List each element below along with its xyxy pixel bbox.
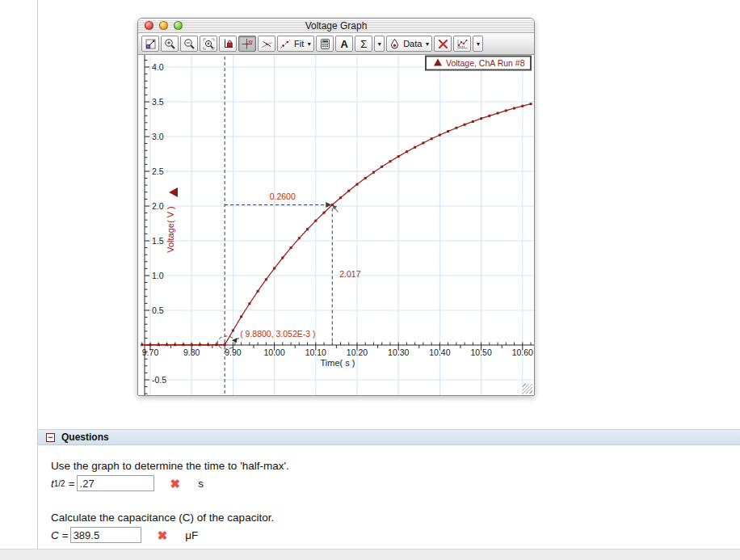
graph-options-button[interactable] (453, 36, 471, 52)
statistics-sigma-label: Σ (360, 38, 367, 50)
question-2-equals: = (62, 529, 69, 541)
window-title: Voltage Graph (138, 20, 534, 32)
svg-text:2.017: 2.017 (339, 269, 360, 279)
svg-text:10.60: 10.60 (512, 347, 533, 357)
zoom-out-icon (183, 38, 196, 50)
text-annotation-label: A (340, 38, 347, 50)
svg-text:9.80: 9.80 (183, 347, 200, 357)
question-2-answer-input[interactable] (70, 527, 141, 543)
data-button[interactable]: Data ▼ (386, 36, 432, 52)
autoscale-button[interactable] (141, 36, 159, 52)
svg-text:9.90: 9.90 (225, 347, 242, 357)
svg-text:10.00: 10.00 (263, 347, 284, 357)
questions-body: Use the graph to determine the time to '… (38, 445, 740, 543)
svg-text:10.50: 10.50 (470, 347, 491, 357)
questions-header: − Questions (38, 429, 740, 445)
svg-text:Voltage( V ): Voltage( V ) (166, 206, 175, 252)
autoscale-icon (145, 38, 157, 50)
tangent-icon (261, 38, 273, 50)
statistics-dropdown-button[interactable]: ▼ (374, 36, 385, 52)
zoom-out-button[interactable] (180, 36, 198, 52)
question-1-symbol-sub: 1/2 (54, 479, 65, 488)
text-annotation-button[interactable]: A (335, 36, 353, 52)
fit-button-label: Fit (294, 39, 304, 48)
svg-text:9.70: 9.70 (142, 347, 159, 357)
svg-text:2.5: 2.5 (152, 166, 164, 176)
svg-text:10.20: 10.20 (347, 347, 368, 357)
question-2-answer-row: C = ✖ μF (51, 527, 740, 543)
svg-text:1.5: 1.5 (152, 236, 164, 246)
zoom-selection-icon (203, 38, 215, 50)
statistics-button[interactable]: Σ (355, 36, 372, 52)
collapse-questions-button[interactable]: − (46, 433, 55, 442)
close-button[interactable] (145, 21, 153, 30)
svg-text:0.2600: 0.2600 (270, 192, 296, 201)
data-button-label: Data (403, 39, 422, 48)
window-titlebar[interactable]: Voltage Graph (138, 19, 534, 33)
question-1-equals: = (69, 478, 75, 490)
question-2-prompt: Calculate the capacitance (C) of the cap… (51, 512, 740, 524)
question-1-unit: s (198, 478, 204, 490)
svg-text:3.5: 3.5 (152, 97, 164, 107)
graph-toolbar: xy Fit ▼ (138, 33, 534, 55)
zoom-window-button[interactable] (174, 21, 183, 30)
fit-dropdown-icon: ▼ (306, 41, 312, 47)
svg-text:1.0: 1.0 (152, 271, 164, 280)
question-2-unit: μF (185, 529, 198, 541)
chart-area: 4.03.53.02.52.01.51.00.5-0.59.709.809.90… (138, 55, 534, 395)
question-2-symbol: C (51, 529, 59, 541)
zoom-in-button[interactable] (161, 36, 179, 52)
lock-axes-icon (222, 38, 234, 50)
svg-text:10.10: 10.10 (305, 347, 326, 357)
examine-icon: xy (242, 38, 254, 50)
question-1-incorrect-icon: ✖ (170, 478, 181, 490)
voltage-graph-window: Voltage Graph (137, 18, 535, 396)
graph-options-dropdown-icon: ▼ (475, 41, 481, 47)
page: Voltage Graph (0, 0, 740, 560)
tangent-button[interactable] (258, 36, 275, 52)
lock-axes-button[interactable] (219, 36, 237, 52)
svg-text:xy: xy (248, 39, 253, 43)
statistics-dropdown-icon: ▼ (376, 41, 382, 47)
svg-text:( 9.8800, 3.052E-3 ): ( 9.8800, 3.052E-3 ) (240, 329, 315, 339)
minimize-button[interactable] (159, 21, 168, 30)
voltage-chart[interactable]: 4.03.53.02.52.01.51.00.5-0.59.709.809.90… (138, 55, 534, 395)
examine-button[interactable]: xy (238, 36, 256, 52)
svg-text:2.0: 2.0 (152, 201, 164, 211)
svg-text:-0.5: -0.5 (152, 375, 166, 385)
graph-options-dropdown-button[interactable]: ▼ (473, 36, 483, 52)
delete-button[interactable] (434, 36, 452, 52)
data-dropdown-icon: ▼ (424, 41, 430, 47)
question-1-prompt: Use the graph to determine the time to '… (51, 460, 740, 472)
window-resize-grip[interactable] (523, 384, 532, 394)
data-droplet-icon (389, 38, 401, 50)
svg-text:Voltage, ChA Run #8: Voltage, ChA Run #8 (446, 58, 525, 68)
calculator-button[interactable] (316, 36, 334, 52)
calculator-icon (319, 38, 331, 50)
fit-button[interactable]: Fit ▼ (277, 36, 314, 52)
graph-options-icon (456, 38, 469, 50)
questions-title: Questions (61, 432, 109, 443)
page-bottom-strip (0, 549, 740, 560)
svg-text:4.0: 4.0 (152, 62, 164, 72)
svg-text:10.30: 10.30 (388, 347, 409, 357)
question-1-answer-input[interactable] (77, 475, 154, 491)
question-1-answer-row: t1/2 = ✖ s (51, 475, 740, 491)
question-2-incorrect-icon: ✖ (158, 529, 168, 541)
fit-icon (280, 38, 292, 50)
svg-text:10.40: 10.40 (429, 347, 450, 357)
zoom-selection-button[interactable] (200, 36, 217, 52)
svg-text:0.5: 0.5 (152, 305, 164, 315)
svg-text:Time( s ): Time( s ) (321, 358, 355, 368)
svg-text:3.0: 3.0 (152, 132, 164, 141)
delete-x-icon (437, 38, 449, 50)
zoom-in-icon (164, 38, 176, 50)
